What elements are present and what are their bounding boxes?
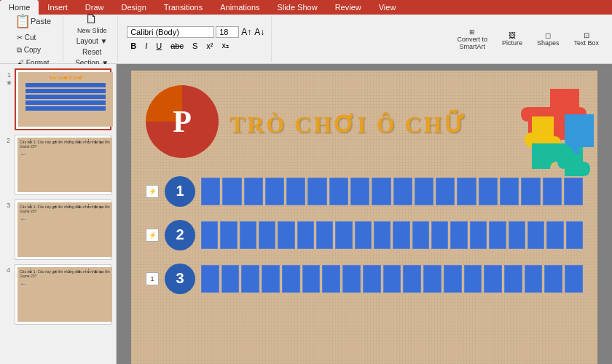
row-indicator-3: 1 [146,272,159,285]
increase-font-button[interactable]: A↑ [240,26,252,38]
slide-thumb-3[interactable]: 3 Câu hỏi 1: Câu này gợi lên những điều … [15,199,111,260]
strikethrough-button[interactable]: abc [167,40,187,52]
row-circle-3[interactable]: 3 [165,264,195,294]
smartart-icon: ⊞ [469,28,475,36]
pp-logo: P [146,85,219,158]
tab-design[interactable]: Design [113,0,155,15]
word-boxes-2 [201,221,583,249]
picture-icon: 🖼 [509,31,516,39]
row-indicator-2: ⚡ [146,229,159,242]
word-boxes-3 [201,265,583,293]
tab-slideshow[interactable]: Slide Show [269,0,326,15]
subscript-button[interactable]: x₂ [218,39,232,52]
text-box-button[interactable]: ⊡ Text Box [569,30,603,48]
layout-button[interactable]: Layout ▼ [74,36,111,47]
slide-panel: 1 ★ Trò Chơi Ô Chữ 2 Câu hỏi 1: Câu này … [0,64,117,364]
italic-button[interactable]: I [141,40,151,52]
paste-button[interactable]: 📋 Paste [9,10,57,32]
slides-group: 🗋 New Slide Layout ▼ Reset Section ▼ [66,16,118,62]
font-group: A↑ A↓ B I U abc S x² x₂ [121,16,272,62]
copy-button[interactable]: ⧉ Copy [14,44,52,56]
puzzle-svg [495,85,597,180]
bold-button[interactable]: B [127,40,140,52]
slide-thumb-4[interactable]: 4 Câu hỏi 1: Câu này gợi lên những điều … [15,264,111,325]
new-slide-button[interactable]: 🗋 New Slide [73,10,111,36]
new-slide-icon: 🗋 [85,12,98,27]
puzzle-container [495,85,590,173]
row-circle-2[interactable]: 2 [165,220,195,250]
main-area: 1 ★ Trò Chơi Ô Chữ 2 Câu hỏi 1: Câu này … [0,64,612,364]
decrease-font-button[interactable]: A↓ [254,26,265,38]
slide-canvas: P TRÒ CHƠI Ô CHỮ [117,64,612,364]
slide: P TRÒ CHƠI Ô CHỮ [131,71,597,365]
paste-icon: 📋 [15,13,31,29]
clipboard-group: 📋 Paste ✂ Cut ⧉ Copy 🖌 Format [3,16,63,62]
tab-transitions[interactable]: Transitions [155,0,211,15]
shapes-icon: ◻ [545,31,551,39]
row-circle-1[interactable]: 1 [165,176,195,207]
superscript-button[interactable]: x² [203,40,216,52]
word-rows: ⚡ 1 [146,176,583,294]
reset-button[interactable]: Reset [79,47,104,58]
pp-logo-letter: P [173,104,192,139]
ribbon-bar: 📋 Paste ✂ Cut ⧉ Copy 🖌 Format [0,15,612,64]
text-box-icon: ⊡ [584,31,589,39]
word-row-2: ⚡ 2 [146,220,583,250]
shadow-button[interactable]: S [189,40,201,52]
slide-title-text: TRÒ CHƠI Ô CHỮ [230,111,466,138]
word-row-1: ⚡ 1 [146,176,583,207]
cut-icon: ✂ [17,33,23,41]
ribbon: Home Insert Draw Design Transitions Anim… [0,0,612,64]
tools-group: ⊞ Convert to SmartArt 🖼 Picture ◻ Shapes… [447,16,609,62]
word-row-3: 1 3 [146,264,583,294]
font-name-input[interactable] [127,26,214,38]
slide-thumb-1[interactable]: 1 ★ Trò Chơi Ô Chữ [15,68,111,130]
row-indicator-1: ⚡ [146,185,159,198]
tab-review[interactable]: Review [326,0,370,15]
convert-smartart-button[interactable]: ⊞ Convert to SmartArt [452,27,492,52]
tab-animations[interactable]: Animations [211,0,268,15]
tab-view[interactable]: View [370,0,405,15]
word-boxes-1 [201,178,583,205]
shapes-button[interactable]: ◻ Shapes [533,30,564,48]
cut-button[interactable]: ✂ Cut [14,32,52,43]
slide-thumb-2[interactable]: 2 Câu hỏi 1: Câu này gợi lên những điều … [15,135,111,195]
copy-icon: ⧉ [17,46,22,55]
picture-button[interactable]: 🖼 Picture [498,30,527,48]
font-size-input[interactable] [216,26,239,38]
underline-button[interactable]: U [152,40,165,52]
